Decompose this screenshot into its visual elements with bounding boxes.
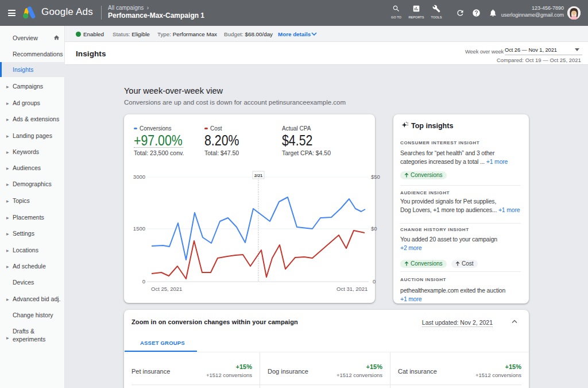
svg-text:2/21: 2/21 bbox=[254, 173, 263, 178]
